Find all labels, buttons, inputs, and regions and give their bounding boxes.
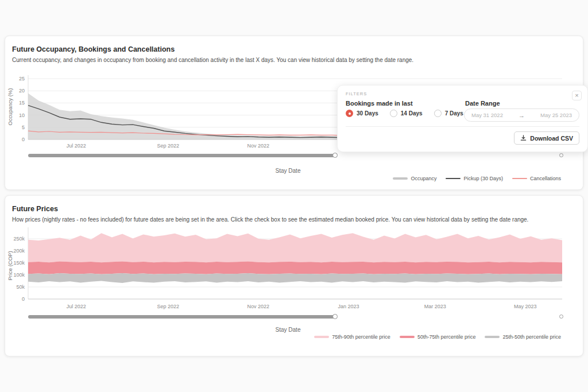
y-tick-label: 25: [19, 76, 25, 81]
download-icon: [520, 135, 527, 141]
close-icon[interactable]: ×: [572, 91, 582, 100]
legend-item[interactable]: 75th-90th percentile price: [314, 334, 390, 340]
divider: [346, 126, 579, 127]
x-tick-label: Sep 2022: [157, 143, 179, 149]
date-range-picker[interactable]: May 31 2022 → May 25 2023: [464, 108, 579, 122]
x-tick-label: Jul 2022: [67, 304, 86, 309]
radio-icon[interactable]: [390, 110, 397, 117]
radio-label: 30 Days: [357, 110, 378, 117]
occupancy-card: Future Occupancy, Bookings and Cancellat…: [5, 36, 583, 190]
y-tick-label: 10: [19, 112, 25, 118]
y-tick-label: 0: [22, 296, 25, 302]
y-tick-label: 250k: [13, 236, 25, 242]
scrollbar-end-handle[interactable]: [559, 153, 563, 157]
arrow-right-icon: →: [519, 112, 525, 119]
series-75th-90th-percentile-price: [28, 233, 562, 262]
y-tick-label: 20: [19, 88, 25, 94]
legend-item[interactable]: Cancellations: [512, 176, 561, 181]
legend-label: 50th-75th percentile price: [417, 334, 476, 340]
radio-30-days[interactable]: 30 Days: [346, 110, 378, 117]
legend-item[interactable]: Occupancy: [393, 176, 436, 181]
price-chart: 050k100k150k200k250kJul 2022Sep 2022Nov …: [5, 223, 571, 315]
scrollbar-fill[interactable]: [28, 315, 335, 319]
download-csv-button[interactable]: Download CSV: [514, 131, 579, 145]
y-tick-label: 100k: [13, 272, 25, 278]
legend-label: Cancellations: [530, 176, 561, 181]
occupancy-xaxis-title: Stay Date: [5, 168, 571, 174]
x-tick-label: Nov 2022: [247, 304, 270, 309]
date-range-label: Date Range: [465, 100, 500, 107]
y-tick-label: 150k: [13, 260, 25, 266]
legend-swatch: [400, 336, 415, 338]
y-tick-label: 0: [22, 137, 25, 142]
x-tick-label: Jan 2023: [338, 304, 359, 309]
x-tick-label: Jul 2022: [67, 143, 86, 149]
legend-item[interactable]: 50th-75th percentile price: [400, 334, 476, 340]
y-tick-label: 15: [19, 100, 25, 106]
series-50th-75th-percentile-price: [28, 262, 562, 274]
y-tick-label: 200k: [13, 248, 25, 254]
x-tick-label: Sep 2022: [157, 304, 179, 309]
scrollbar-end-handle[interactable]: [559, 315, 563, 319]
scrollbar-handle[interactable]: [332, 314, 338, 319]
prices-card-subtitle: How prices (nightly rates - no fees incl…: [12, 216, 582, 223]
filters-label: FILTERS: [346, 91, 367, 96]
legend-item[interactable]: Pickup (30 Days): [446, 176, 503, 181]
legend-item[interactable]: 25th-50th percentile price: [485, 334, 561, 340]
y-axis-title: Occupancy (%): [7, 88, 13, 126]
occupancy-card-subtitle: Current occupancy, and changes in occupa…: [12, 57, 582, 63]
scrollbar-fill[interactable]: [28, 154, 335, 157]
occupancy-chart-scrollbar[interactable]: [5, 153, 571, 158]
y-axis-title: Price (COP): [7, 251, 13, 280]
legend-swatch: [446, 178, 461, 179]
radio-7-days[interactable]: 7 Days: [434, 110, 463, 117]
radio-label: 7 Days: [445, 110, 463, 117]
prices-card: Future Prices How prices (nightly rates …: [5, 195, 583, 356]
legend-label: 75th-90th percentile price: [332, 334, 390, 340]
legend-label: 25th-50th percentile price: [502, 334, 561, 340]
occupancy-legend: OccupancyPickup (30 Days)Cancellations: [393, 176, 561, 181]
price-legend: 75th-90th percentile price50th-75th perc…: [314, 334, 561, 340]
legend-label: Pickup (30 Days): [463, 176, 503, 181]
date-start-input[interactable]: May 31 2022: [471, 112, 503, 118]
date-end-input[interactable]: May 25 2023: [540, 112, 572, 118]
occupancy-filters-panel: FILTERS × Bookings made in last 30 Days …: [337, 85, 588, 152]
radio-icon[interactable]: [434, 110, 442, 117]
series-25th-50th-percentile-price: [28, 273, 562, 283]
price-xaxis-title: Stay Date: [5, 327, 571, 333]
bookings-window-radio-group: 30 Days 14 Days 7 Days: [346, 110, 463, 117]
x-tick-label: Nov 2022: [247, 143, 270, 149]
x-tick-label: May 2023: [514, 304, 537, 309]
legend-swatch: [512, 178, 527, 179]
occupancy-card-title: Future Occupancy, Bookings and Cancellat…: [12, 45, 175, 53]
x-tick-label: Mar 2023: [424, 304, 446, 309]
radio-icon[interactable]: [346, 110, 353, 117]
radio-label: 14 Days: [401, 110, 423, 117]
legend-swatch: [393, 177, 408, 180]
prices-card-title: Future Prices: [12, 205, 58, 213]
radio-14-days[interactable]: 14 Days: [390, 110, 423, 117]
legend-label: Occupancy: [411, 176, 436, 181]
y-tick-label: 5: [22, 125, 25, 130]
scrollbar-handle[interactable]: [332, 153, 338, 158]
legend-swatch: [485, 336, 500, 338]
legend-swatch: [314, 336, 329, 338]
y-tick-label: 50k: [16, 284, 25, 290]
bookings-made-in-last-label: Bookings made in last: [346, 100, 413, 107]
price-chart-scrollbar[interactable]: [5, 314, 571, 320]
download-csv-label: Download CSV: [530, 135, 573, 142]
